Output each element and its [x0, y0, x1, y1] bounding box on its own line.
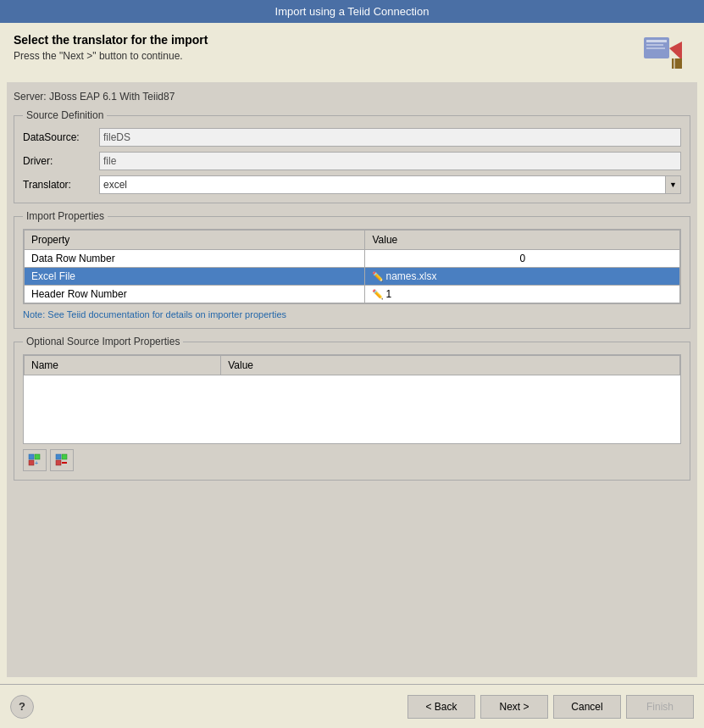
driver-row: Driver: — [23, 152, 681, 170]
action-buttons-row: + — [23, 449, 681, 471]
svg-rect-8 — [35, 454, 40, 459]
remove-icon — [55, 453, 69, 467]
cancel-button[interactable]: Cancel — [553, 695, 621, 719]
edit-icon: ✏️ — [372, 289, 384, 299]
source-definition-fieldset: Source Definition DataSource: Driver: Tr… — [14, 109, 690, 203]
prop-column-header: Property — [25, 231, 365, 250]
svg-rect-12 — [62, 454, 67, 459]
header-text: Select the translator for the import Pre… — [14, 33, 640, 62]
translator-select-wrapper[interactable]: excel file ▼ — [99, 175, 681, 194]
optional-properties-fieldset: Optional Source Import Properties Name V… — [14, 336, 690, 481]
row-value: 0 — [365, 250, 680, 268]
name-column-header: Name — [25, 356, 221, 375]
svg-rect-13 — [56, 460, 61, 465]
edit-icon: ✏️ — [372, 271, 384, 281]
help-button[interactable]: ? — [10, 695, 34, 719]
optional-empty-area — [25, 375, 680, 443]
datasource-input — [99, 128, 681, 147]
import-properties-fieldset: Import Properties Property Value Data Ro… — [14, 210, 690, 329]
table-row[interactable]: Data Row Number 0 — [25, 250, 680, 268]
header-section: Select the translator for the import Pre… — [0, 23, 704, 82]
translator-select[interactable]: excel file — [100, 177, 665, 192]
svg-text:+: + — [35, 460, 38, 466]
datasource-row: DataSource: — [23, 128, 681, 147]
bottom-bar: ? < Back Next > Cancel Finish — [0, 684, 704, 728]
table-row[interactable]: Excel File ✏️names.xlsx — [25, 268, 680, 286]
row-value[interactable]: ✏️1 — [365, 286, 680, 303]
row-property: Header Row Number — [25, 286, 365, 303]
table-row[interactable]: Header Row Number ✏️1 — [25, 286, 680, 303]
optional-table: Name Value — [24, 355, 680, 443]
remove-property-button[interactable] — [50, 449, 74, 471]
server-info: Server: JBoss EAP 6.1 With Teiid87 — [14, 89, 690, 104]
value-column-header: Value — [221, 356, 680, 375]
add-property-button[interactable]: + — [23, 449, 47, 471]
translator-dropdown-arrow[interactable]: ▼ — [665, 176, 680, 193]
svg-rect-2 — [646, 44, 663, 46]
svg-rect-11 — [56, 454, 61, 459]
svg-marker-4 — [669, 42, 682, 60]
optional-properties-legend: Optional Source Import Properties — [23, 336, 183, 347]
row-property: Data Row Number — [25, 250, 365, 268]
translator-row: Translator: excel file ▼ — [23, 175, 681, 194]
svg-rect-9 — [29, 460, 34, 465]
header-icon — [640, 33, 690, 75]
optional-body-row — [25, 375, 680, 443]
content-area: Server: JBoss EAP 6.1 With Teiid87 Sourc… — [7, 82, 697, 677]
header-subtitle: Press the "Next >" button to continue. — [14, 50, 640, 62]
driver-label: Driver: — [23, 155, 99, 167]
driver-input — [99, 152, 681, 170]
svg-rect-7 — [29, 454, 34, 459]
header-title: Select the translator for the import — [14, 33, 640, 47]
svg-rect-3 — [646, 47, 665, 49]
next-button[interactable]: Next > — [480, 695, 548, 719]
properties-table-wrapper: Property Value Data Row Number 0 Excel F… — [23, 229, 681, 304]
row-value[interactable]: ✏️names.xlsx — [365, 268, 680, 286]
title-bar: Import using a Teiid Connection — [0, 0, 704, 23]
row-property: Excel File — [25, 268, 365, 286]
optional-table-wrapper: Name Value — [23, 354, 681, 444]
back-button[interactable]: < Back — [407, 695, 475, 719]
add-icon: + — [28, 453, 42, 467]
source-definition-legend: Source Definition — [23, 109, 107, 121]
finish-button[interactable]: Finish — [626, 695, 694, 719]
import-icon — [640, 33, 690, 75]
val-column-header: Value — [365, 231, 680, 250]
teiid-docs-link[interactable]: Note: See Teiid documentation for detail… — [23, 309, 681, 320]
translator-label: Translator: — [23, 179, 99, 191]
svg-rect-5 — [672, 58, 682, 69]
properties-table: Property Value Data Row Number 0 Excel F… — [24, 230, 680, 303]
dialog-body: Select the translator for the import Pre… — [0, 23, 704, 728]
datasource-label: DataSource: — [23, 131, 99, 143]
properties-header-row: Property Value — [25, 231, 680, 250]
svg-rect-1 — [646, 40, 667, 42]
import-properties-legend: Import Properties — [23, 210, 108, 222]
optional-header-row: Name Value — [25, 356, 680, 375]
window-title: Import using a Teiid Connection — [275, 5, 430, 18]
